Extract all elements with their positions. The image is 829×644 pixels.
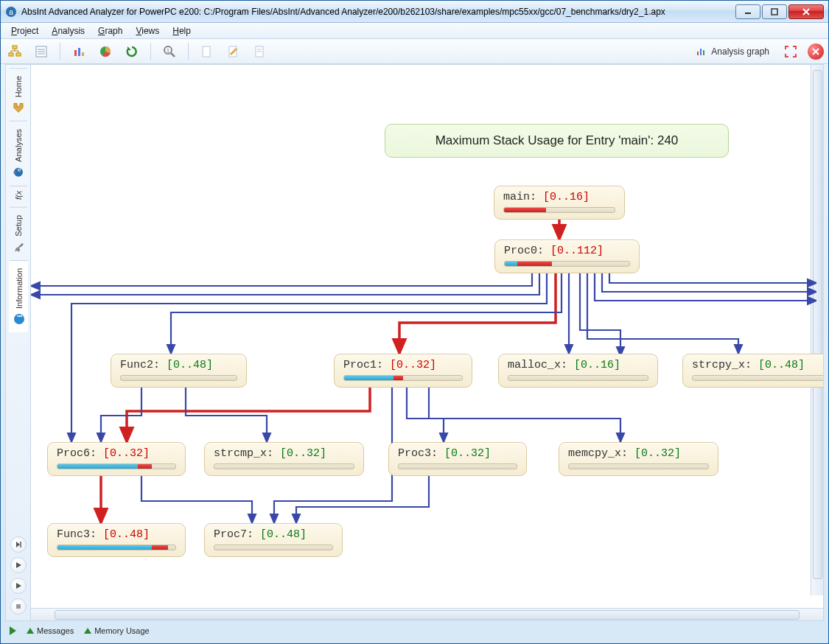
toolbar-piechart-icon[interactable] — [96, 42, 115, 61]
graph-node-proc3[interactable]: Proc3: [0..32] — [388, 442, 527, 476]
tab-analyses[interactable]: a3 Analyses — [10, 121, 27, 186]
dock-stop-button[interactable] — [10, 598, 27, 615]
toolbar-close-view-icon[interactable] — [808, 43, 824, 60]
tab-analyses-label: Analyses — [14, 129, 23, 162]
analysis-graph-icon — [695, 46, 707, 57]
svg-rect-7 — [9, 53, 13, 56]
status-messages-label: Messages — [37, 626, 74, 635]
menu-project[interactable]: Project — [5, 24, 44, 38]
graph-node-proc7[interactable]: Proc7: [0..48] — [204, 523, 343, 557]
status-memory-usage[interactable]: Memory Usage — [84, 626, 150, 635]
left-tab-strip: Home a3 Analyses f(x) Setup i Informatio… — [5, 64, 30, 621]
toolbar-page-edit-icon[interactable] — [224, 42, 243, 61]
svg-rect-14 — [78, 48, 80, 56]
graph-node-memcpy_x[interactable]: memcpy_x: [0..32] — [559, 442, 718, 476]
status-messages[interactable]: Messages — [27, 626, 74, 635]
svg-rect-6 — [13, 46, 17, 49]
svg-rect-20 — [203, 46, 210, 57]
tab-setup-label: Setup — [14, 215, 23, 237]
titlebar: a AbsInt Advanced Analyzer for PowerPC e… — [1, 1, 828, 23]
toolbar-hierarchy-icon[interactable] — [5, 42, 24, 61]
fx-icon: f(x) — [13, 191, 24, 203]
toolbar-separator — [60, 43, 60, 60]
tab-setup[interactable]: Setup — [10, 207, 27, 260]
tab-information[interactable]: i Information — [9, 260, 28, 332]
toolbar-list-icon[interactable] — [32, 42, 51, 61]
graph-node-strcpy_x[interactable]: strcpy_x: [0..48] — [682, 354, 823, 388]
svg-text:a: a — [9, 8, 13, 16]
svg-text:3: 3 — [13, 171, 17, 174]
menu-analysis[interactable]: Analysis — [46, 24, 91, 38]
graph-node-malloc_x[interactable]: malloc_x: [0..16] — [498, 354, 658, 388]
status-memory-label: Memory Usage — [94, 626, 150, 635]
svg-rect-25 — [697, 52, 699, 55]
info-icon: i — [13, 313, 25, 325]
graph-node-main[interactable]: main: [0..16] — [494, 186, 625, 220]
svg-rect-26 — [700, 49, 702, 55]
tab-fx[interactable]: f(x) — [10, 186, 27, 207]
svg-rect-8 — [16, 53, 21, 56]
graph-node-func2[interactable]: Func2: [0..48] — [111, 354, 247, 388]
toolbar-page-blank-icon[interactable] — [197, 42, 217, 61]
svg-rect-3 — [772, 9, 777, 15]
window-title: AbsInt Advanced Analyzer for PowerPC e20… — [21, 7, 734, 17]
tab-home[interactable]: Home — [10, 68, 27, 121]
maximize-button[interactable] — [762, 4, 787, 19]
tab-home-label: Home — [14, 76, 23, 97]
toolbar: 1 Analysis graph — [1, 39, 828, 64]
status-run-button[interactable] — [10, 626, 16, 635]
wrench-icon — [13, 241, 24, 253]
stack-usage-banner: Maximum Stack Usage for Entry 'main': 24… — [385, 124, 729, 158]
menubar: Project Analysis Graph Views Help — [1, 23, 828, 39]
home-icon — [13, 102, 24, 113]
dock-play-alt-button[interactable] — [10, 578, 27, 594]
toolbar-separator — [188, 43, 189, 60]
dock-play-button[interactable] — [10, 557, 27, 573]
triangle-icon — [27, 628, 34, 634]
svg-rect-15 — [82, 52, 84, 56]
svg-line-18 — [171, 53, 175, 57]
graph-canvas[interactable]: Maximum Stack Usage for Entry 'main': 24… — [30, 64, 824, 621]
svg-rect-13 — [74, 50, 77, 56]
analysis-graph-label: Analysis graph — [711, 46, 769, 57]
toolbar-zoom-icon[interactable]: 1 — [160, 42, 179, 61]
dock-step-forward-button[interactable] — [10, 536, 27, 553]
minimize-button[interactable] — [735, 4, 760, 19]
menu-views[interactable]: Views — [130, 24, 165, 38]
toolbar-fullscreen-icon[interactable] — [781, 42, 800, 61]
vertical-scrollbar[interactable] — [811, 65, 823, 595]
svg-text:i: i — [15, 315, 24, 317]
svg-rect-37 — [16, 604, 21, 609]
app-icon: a — [5, 6, 17, 18]
svg-text:1: 1 — [167, 47, 170, 54]
svg-text:f(x): f(x) — [14, 191, 23, 200]
toolbar-refresh-icon[interactable] — [122, 42, 141, 61]
graph-node-proc1[interactable]: Proc1: [0..32] — [334, 354, 472, 388]
graph-node-proc0[interactable]: Proc0: [0..112] — [494, 239, 640, 273]
toolbar-page-doc-icon[interactable] — [251, 42, 270, 61]
menu-help[interactable]: Help — [167, 24, 197, 38]
svg-rect-27 — [703, 50, 704, 55]
close-button[interactable] — [788, 4, 824, 19]
horizontal-scrollbar[interactable] — [31, 608, 823, 620]
analyses-icon: a3 — [13, 167, 24, 178]
triangle-icon — [84, 628, 91, 634]
menu-graph[interactable]: Graph — [92, 24, 128, 38]
play-icon — [10, 626, 16, 635]
statusbar: Messages Memory Usage — [5, 623, 824, 639]
graph-node-proc6[interactable]: Proc6: [0..32] — [47, 442, 186, 476]
tab-information-label: Information — [15, 268, 24, 309]
graph-node-strcmp_x[interactable]: strcmp_x: [0..32] — [204, 442, 364, 476]
graph-node-func3[interactable]: Func3: [0..48] — [47, 523, 186, 557]
analysis-graph-button[interactable]: Analysis graph — [690, 46, 774, 57]
toolbar-separator — [150, 43, 151, 60]
toolbar-chart-icon[interactable] — [69, 42, 88, 61]
